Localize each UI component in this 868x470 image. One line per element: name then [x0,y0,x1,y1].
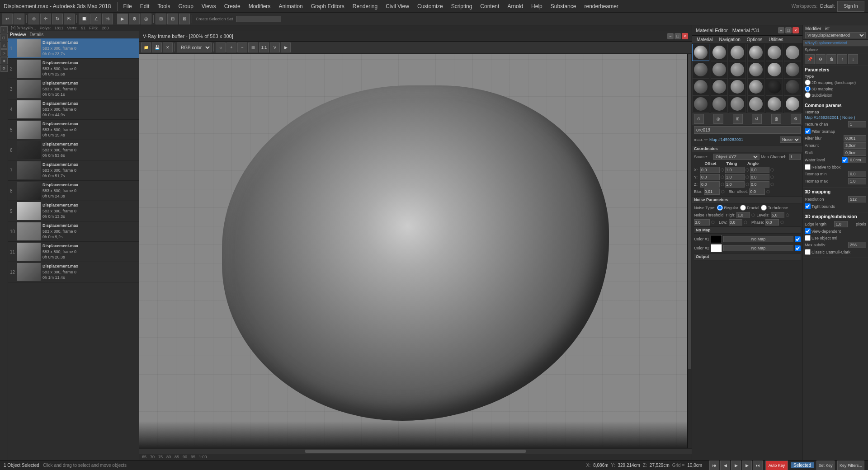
fb-close-button[interactable]: × [682,33,688,39]
menu-help[interactable]: Help [528,2,546,10]
menu-file[interactable]: File [119,2,135,10]
menu-tools[interactable]: Tools [154,2,174,10]
selection-set-input[interactable] [236,16,281,22]
map-type-select[interactable]: Noise [780,136,801,143]
preview-tab[interactable]: Preview [10,32,26,37]
mat-sphere-10[interactable] [747,61,764,78]
mat-pick2-button[interactable]: ◎ [713,114,723,124]
render-item[interactable]: 6 Displacement.max 583 x 800, frame 0 0h… [8,140,139,160]
render-item[interactable]: 9 Displacement.max 583 x 800, frame 0 0h… [8,201,139,221]
mat-sphere-9[interactable] [729,61,746,78]
mirror-button[interactable]: ⊞ [156,14,166,24]
redo-button[interactable]: ↪ [14,14,24,24]
render-item[interactable]: 8 Displacement.max 583 x 800, frame 0 0h… [8,181,139,201]
render-item[interactable]: 7 Displacement.max 583 x 800, frame 0 0h… [8,160,139,181]
parameters-title[interactable]: Parameters [805,67,866,72]
mat-options-button[interactable]: ⚙ [791,114,801,124]
output-header[interactable]: Output [694,253,801,260]
noise-params-section-header[interactable]: Noise Parameters [692,196,802,203]
move-down-button[interactable]: ↓ [848,54,858,64]
render-item[interactable]: 10 Displacement.max 583 x 800, frame 0 0… [8,221,139,242]
menu-renderbeamer[interactable]: renderbeamer [580,2,622,10]
y-tiling-input[interactable] [725,174,745,180]
sphere-item[interactable]: Sphere [803,47,868,53]
render-item[interactable]: 11 Displacement.max 583 x 800, frame 0 0… [8,242,139,262]
menu-scripting[interactable]: Scripting [448,2,476,10]
3d-mapping-radio[interactable] [805,86,811,92]
mat-sphere-8[interactable] [711,61,728,78]
sign-in-button[interactable]: Sign In [837,1,864,12]
texmap-link[interactable]: Map #1459282001 ( Noise ) [805,115,866,120]
common-params-title[interactable]: Common params [805,103,866,108]
mat-pick-button[interactable]: ⊙ [694,114,704,124]
water-level-input[interactable] [848,157,866,163]
fb-vray-button[interactable]: V [270,42,280,52]
view-dependent-check[interactable]: View-dependent [805,228,841,234]
resolution-input[interactable] [848,196,866,202]
fb-minimize-button[interactable]: − [667,33,674,39]
pin-button[interactable]: 📌 [805,54,815,64]
max-subdiv-input[interactable] [848,242,866,248]
mat-sphere-14[interactable] [711,78,728,95]
render-item[interactable]: 5 Displacement.max 583 x 800, frame 0 0h… [8,120,139,140]
2d-mapping-option[interactable]: 2D mapping (landscape) [805,80,866,85]
3d-mapping-option[interactable]: 3D mapping [805,86,866,92]
scale-button[interactable]: ⇱ [64,14,75,24]
menu-content[interactable]: Content [476,2,503,10]
y-angle-input[interactable] [750,174,769,180]
noise-type-turbulence[interactable]: Turbulence [761,205,788,211]
set-key-button[interactable]: Set Key [816,461,835,470]
map-channel-input[interactable] [789,154,801,160]
fb-render-button[interactable]: ▶ [281,42,291,52]
color1-swatch[interactable] [711,235,722,243]
render-item[interactable]: 4 Displacement.max 583 x 800, frame 0 0h… [8,99,139,120]
motion-tool[interactable]: ▷ [0,49,8,56]
mat-sphere-17[interactable] [766,78,783,95]
z-tiling-input[interactable] [725,181,745,188]
use-object-mtl-check[interactable]: Use object mtl [805,235,837,241]
3d-mapping-title[interactable]: 3D mapping [805,189,866,194]
texmap-min-input[interactable] [848,171,866,177]
noise-turbulence-radio[interactable] [761,205,767,211]
menu-civil-view[interactable]: Civil View [382,2,413,10]
mat-sphere-15[interactable] [729,78,746,95]
mat-delete-button[interactable]: 🗑 [771,114,781,124]
relative-bbox-check[interactable]: Relative to bbox [805,164,841,170]
blur-offset-input[interactable] [749,188,765,195]
mat-name-input[interactable] [694,126,801,134]
threshold-high-input[interactable] [736,212,750,218]
mat-sphere-18[interactable] [784,78,801,95]
menu-group[interactable]: Group [175,2,197,10]
color-mode-select[interactable]: RGB color [177,42,212,52]
mat-sphere-19[interactable] [692,95,709,113]
mat-close-button[interactable]: × [793,27,799,33]
move-button[interactable]: ✛ [40,14,51,24]
hierarchy-tool[interactable]: △ [0,42,8,49]
configure-button[interactable]: ⚙ [816,54,826,64]
fb-zoom-out-button[interactable]: − [237,42,247,52]
shift-input[interactable] [844,150,866,156]
render-settings-button[interactable]: ⚙ [129,14,140,24]
mat-menu-options[interactable]: Options [744,37,765,42]
angle-snap-button[interactable]: ∠ [90,14,101,24]
fb-save-button[interactable]: 💾 [152,42,162,52]
mat-sphere-11[interactable] [766,61,783,78]
coordinates-section-header[interactable]: Coordinates [692,145,802,152]
menu-create[interactable]: Create [221,2,244,10]
material-editor-button[interactable]: ◎ [141,14,151,24]
mat-sphere-3[interactable] [729,44,746,61]
create-tool[interactable]: + [0,26,8,33]
texture-chan-input[interactable] [848,121,866,127]
render-item[interactable]: 1 Displacement.max 583 x 800, frame 0 0h… [8,38,139,59]
move-up-button[interactable]: ↑ [837,54,847,64]
vray-displacement-item[interactable]: VRayDisplacementMod [803,40,868,47]
mat-menu-material[interactable]: Material [694,37,716,42]
rotate-button[interactable]: ↻ [52,14,63,24]
mat-maximize-button[interactable]: □ [785,27,792,33]
x-offset-input[interactable] [700,167,720,173]
menu-arnold[interactable]: Arnold [504,2,527,10]
menu-customize[interactable]: Customize [414,2,447,10]
mat-sphere-4[interactable] [747,44,764,61]
color2-map-checkbox[interactable] [795,245,801,251]
mat-menu-navigation[interactable]: Navigation [717,37,743,42]
